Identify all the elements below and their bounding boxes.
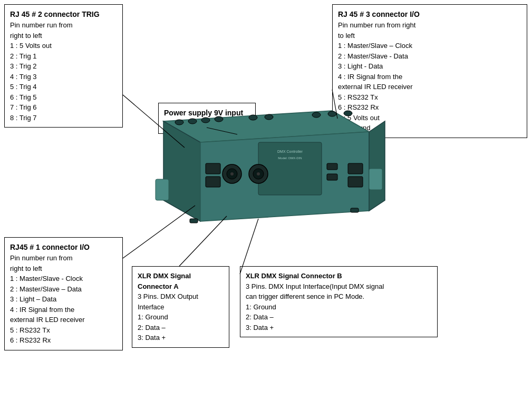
box-power-title: Power supply 9V input — [164, 108, 250, 119]
box-rj45-trig: RJ 45 # 2 connector TRIG Pin number run … — [4, 4, 123, 128]
box-rj45-3-line-4: 2 : Master/Slave - Data — [338, 51, 521, 62]
box-rj45-1-line-2: right to left — [10, 263, 117, 274]
svg-point-25 — [257, 172, 260, 175]
box-xlr-a-title: XLR DMX SignalConnector A — [138, 271, 224, 291]
box-trig-line-3: 1 : 5 Volts out — [10, 41, 117, 51]
svg-rect-30 — [190, 219, 198, 223]
box-trig-line-7: 5 : Trig 4 — [10, 82, 117, 92]
box-rj45-3: RJ 45 # 3 connector I/O Pin number run f… — [332, 4, 527, 138]
svg-rect-5 — [369, 169, 382, 190]
box-trig-line-8: 6 : Trig 5 — [10, 92, 117, 103]
box-rj45-3-line-5: 3 : Light - Data — [338, 61, 521, 72]
box-xlr-b: XLR DMX Signal Connector B 3 Pins. DMX I… — [240, 266, 438, 337]
box-xlr-a-line-1: 3 Pins. DMX Output — [138, 291, 224, 302]
box-trig-line-2: right to left — [10, 31, 117, 41]
box-trig-line-6: 4 : Trig 3 — [10, 72, 117, 82]
box-rj45-1-line-9: 6 : RS232 Rx — [10, 335, 117, 346]
box-xlr-b-line-1: 3 Pins. DMX Input Interface(Input DMX si… — [246, 281, 432, 292]
svg-rect-19 — [206, 177, 220, 187]
svg-point-11 — [265, 114, 273, 120]
box-rj45-1-line-1: Pin number run from — [10, 253, 117, 263]
box-rj45-1-line-7: external IR LED receiver — [10, 315, 117, 325]
svg-text:Model: DMX-DIN: Model: DMX-DIN — [278, 157, 302, 160]
svg-point-12 — [312, 112, 321, 118]
svg-rect-31 — [351, 208, 359, 212]
box-xlr-a-line-3: 1: Ground — [138, 312, 224, 323]
svg-point-24 — [253, 169, 264, 179]
box-rj45-3-line-8: 5 : RS232 Tx — [338, 92, 521, 103]
box-rj45-1-line-8: 5 : RS232 Tx — [10, 325, 117, 336]
box-rj45-3-title: RJ 45 # 3 connector I/O — [338, 9, 521, 20]
box-trig-line-9: 7 : Trig 6 — [10, 102, 117, 113]
box-power-subtitle: DC Connector — [164, 119, 250, 129]
box-rj45-1-line-4: 2 : Master/Slave – Data — [10, 284, 117, 295]
box-rj45-3-line-11: 8 : Ground — [338, 123, 521, 133]
svg-point-21 — [227, 169, 237, 179]
svg-rect-4 — [156, 179, 169, 200]
box-rj45-1-line-5: 3 : Light – Data — [10, 294, 117, 305]
box-xlr-a-line-2: Interface — [138, 302, 224, 313]
svg-text:DMX Controller: DMX Controller — [277, 150, 303, 153]
line-xlr-a — [179, 216, 227, 266]
box-trig-line-4: 2 : Trig 1 — [10, 51, 117, 62]
box-xlr-b-title: XLR DMX Signal Connector B — [246, 271, 432, 281]
svg-point-23 — [249, 164, 268, 183]
box-xlr-b-line-3: 1: Ground — [246, 302, 432, 313]
line-rj45-1 — [123, 206, 195, 258]
box-rj45-3-line-2: to left — [338, 31, 521, 41]
box-xlr-b-line-4: 2: Data – — [246, 312, 432, 323]
box-rj45-1: RJ45 # 1 connector I/O Pin number run fr… — [4, 237, 123, 350]
svg-rect-18 — [206, 163, 220, 174]
box-xlr-b-line-5: 3: Data + — [246, 323, 432, 333]
box-rj45-1-line-3: 1 : Master/Slave - Clock — [10, 274, 117, 284]
svg-rect-15 — [258, 142, 322, 195]
box-trig-line-10: 8 : Trig 7 — [10, 113, 117, 123]
box-rj45-3-line-7: external IR LED receiver — [338, 82, 521, 92]
box-rj45-3-line-1: Pin number run from right — [338, 20, 521, 31]
box-rj45-3-line-3: 1 : Master/Slave – Clock — [338, 41, 521, 51]
svg-point-22 — [230, 172, 234, 175]
svg-rect-27 — [348, 177, 363, 187]
box-power-supply: Power supply 9V input DC Connector — [158, 103, 256, 134]
svg-rect-26 — [348, 163, 363, 174]
box-rj45-3-line-6: 4 : IR Signal from the — [338, 72, 521, 82]
box-xlr-a-line-4: 2: Data – — [138, 323, 224, 333]
box-trig-line-1: Pin number run from — [10, 20, 117, 31]
svg-rect-29 — [327, 174, 337, 180]
box-xlr-a-line-5: 3: Data + — [138, 333, 224, 343]
box-xlr-a: XLR DMX SignalConnector A 3 Pins. DMX Ou… — [132, 266, 229, 348]
box-rj45-3-line-9: 6 : RS232 Rx — [338, 102, 521, 113]
box-xlr-b-line-2: can trigger different sence in PC Mode. — [246, 291, 432, 302]
svg-rect-28 — [327, 163, 337, 170]
box-trig-line-5: 3 : Trig 2 — [10, 61, 117, 72]
svg-point-20 — [223, 164, 241, 183]
box-rj45-3-line-10: 7 : 5 Volts out — [338, 113, 521, 123]
svg-marker-1 — [163, 121, 200, 221]
box-rj45-1-title: RJ45 # 1 connector I/O — [10, 242, 117, 253]
svg-marker-2 — [200, 132, 369, 221]
box-rj45-1-line-6: 4 : IR Signal from the — [10, 305, 117, 315]
box-trig-title: RJ 45 # 2 connector TRIG — [10, 9, 117, 20]
